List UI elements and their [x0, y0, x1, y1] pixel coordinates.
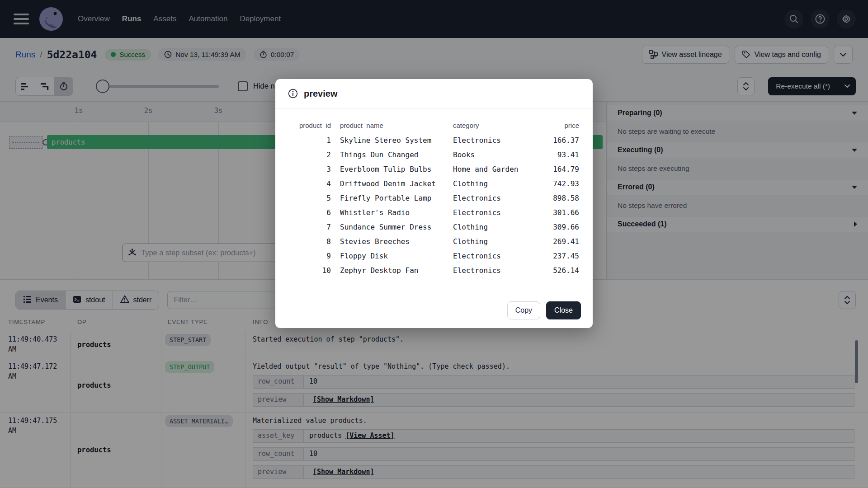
copy-button[interactable]: Copy [507, 301, 540, 319]
preview-cell: 301.66 [553, 208, 579, 217]
preview-dialog: preview product_idproduct_namecategorypr… [275, 79, 593, 328]
preview-column-product_id: product_id [289, 122, 331, 129]
preview-cell: 2 [289, 150, 331, 159]
preview-cell: 4 [289, 179, 331, 188]
preview-cell: 3 [289, 165, 331, 174]
preview-cell: Clothing [453, 223, 553, 231]
preview-cell: Electronics [453, 136, 553, 145]
preview-table-row: 10Zephyr Desktop FanElectronics526.14 [289, 263, 579, 277]
preview-cell: Whistler's Radio [331, 208, 453, 217]
preview-cell: 898.58 [553, 194, 579, 202]
preview-cell: 5 [289, 194, 331, 202]
preview-cell: Electronics [453, 252, 553, 260]
preview-cell: Sundance Summer Dress [331, 223, 453, 231]
preview-cell: 1 [289, 136, 331, 145]
preview-cell: 309.66 [553, 223, 579, 231]
preview-cell: 93.41 [553, 150, 579, 159]
preview-cell: 9 [289, 252, 331, 260]
preview-cell: Home and Garden [453, 165, 553, 174]
preview-table-row: 4Driftwood Denim JacketClothing742.93 [289, 176, 579, 191]
preview-cell: 8 [289, 237, 331, 246]
preview-cell: 269.41 [553, 237, 579, 246]
preview-cell: Stevies Breeches [331, 237, 453, 246]
preview-cell: Things Dun Changed [331, 150, 453, 159]
preview-cell: Electronics [453, 194, 553, 202]
preview-cell: Electronics [453, 208, 553, 217]
preview-table-header-row: product_idproduct_namecategoryprice [289, 117, 579, 133]
preview-table-row: 7Sundance Summer DressClothing309.66 [289, 220, 579, 234]
preview-cell: Zephyr Desktop Fan [331, 266, 453, 275]
preview-cell: 742.93 [553, 179, 579, 188]
preview-cell: Clothing [453, 237, 553, 246]
preview-column-price: price [553, 122, 579, 129]
preview-table: product_idproduct_namecategoryprice1Skyl… [275, 108, 593, 277]
preview-column-product_name: product_name [331, 122, 453, 129]
preview-cell: Skyline Stereo System [331, 136, 453, 145]
preview-cell: 166.37 [553, 136, 579, 145]
preview-table-row: 1Skyline Stereo SystemElectronics166.37 [289, 133, 579, 147]
preview-cell: Floppy Disk [331, 252, 453, 260]
preview-cell: Driftwood Denim Jacket [331, 179, 453, 188]
preview-dialog-footer: Copy Close [507, 301, 581, 319]
preview-cell: 526.14 [553, 266, 579, 275]
close-button[interactable]: Close [546, 301, 581, 319]
preview-cell: Books [453, 150, 553, 159]
preview-cell: 237.45 [553, 252, 579, 260]
preview-dialog-header: preview [275, 79, 593, 108]
preview-table-row: 6Whistler's RadioElectronics301.66 [289, 205, 579, 220]
preview-table-row: 5Firefly Portable LampElectronics898.58 [289, 191, 579, 205]
preview-column-category: category [453, 122, 553, 129]
preview-cell: 164.79 [553, 165, 579, 174]
preview-table-row: 9Floppy DiskElectronics237.45 [289, 249, 579, 263]
preview-cell: Everbloom Tulip Bulbs [331, 165, 453, 174]
preview-dialog-title: preview [304, 89, 337, 99]
preview-cell: Clothing [453, 179, 553, 188]
preview-table-row: 3Everbloom Tulip BulbsHome and Garden164… [289, 162, 579, 176]
preview-table-row: 2Things Dun ChangedBooks93.41 [289, 147, 579, 162]
preview-cell: Electronics [453, 266, 553, 275]
info-icon [288, 89, 298, 99]
preview-cell: 10 [289, 266, 331, 275]
preview-cell: Firefly Portable Lamp [331, 194, 453, 202]
preview-table-row: 8Stevies BreechesClothing269.41 [289, 234, 579, 249]
preview-cell: 7 [289, 223, 331, 231]
preview-cell: 6 [289, 208, 331, 217]
